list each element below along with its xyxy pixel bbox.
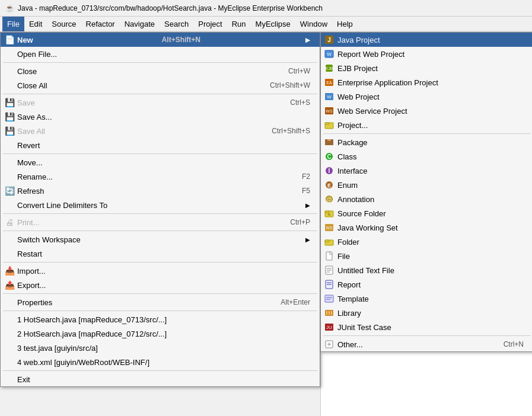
menu-source[interactable]: Source <box>47 17 81 31</box>
save-all-icon: 💾 <box>4 126 15 136</box>
menu-project[interactable]: Project <box>193 17 227 31</box>
menu-run[interactable]: Run <box>227 17 251 31</box>
sub-sep-2 <box>323 335 531 336</box>
separator-5 <box>3 231 317 231</box>
svg-text:J: J <box>327 37 331 43</box>
separator-7 <box>3 293 317 294</box>
submenu-item-webservice[interactable]: WS Web Service Project <box>321 104 532 118</box>
menu-item-close[interactable]: Close Ctrl+W <box>1 64 320 78</box>
menu-item-export[interactable]: 📤 Export... <box>1 278 320 292</box>
svg-text:W: W <box>327 52 332 57</box>
submenu-item-ejb[interactable]: EJB EJB Project <box>321 61 532 75</box>
submenu-item-web[interactable]: W Web Project <box>321 89 532 104</box>
menu-item-revert[interactable]: Revert <box>1 138 320 152</box>
submenu-item-untitled-text[interactable]: Untitled Text File <box>321 263 532 277</box>
sub-sep-1 <box>323 133 531 134</box>
submenu-item-class[interactable]: C Class <box>321 149 532 164</box>
menu-refactor[interactable]: Refactor <box>81 17 120 31</box>
other-icon <box>323 338 335 350</box>
svg-rect-44 <box>329 311 330 315</box>
menu-item-import[interactable]: 📥 Import... <box>1 264 320 278</box>
separator-4 <box>3 213 317 214</box>
menu-item-new[interactable]: 📄 New Alt+Shift+N ▶ <box>1 33 320 47</box>
menu-item-switch-workspace[interactable]: Switch Workspace ▶ <box>1 232 320 247</box>
folder-icon <box>323 236 335 248</box>
menu-item-recent-1[interactable]: 1 HotSearch.java [mapReduce_0713/src/...… <box>1 312 320 327</box>
junit-icon: JU <box>323 321 335 333</box>
submenu-item-interface[interactable]: I Interface <box>321 164 532 178</box>
new-submenu: J Java Project W Report Web Project EJB <box>320 32 532 352</box>
submenu-item-java-project[interactable]: J Java Project <box>321 33 532 47</box>
class-icon: C <box>323 151 335 162</box>
menu-item-open-file[interactable]: Open File... <box>1 47 320 61</box>
svg-text:W: W <box>327 94 332 100</box>
menu-search[interactable]: Search <box>160 17 193 31</box>
working-set-icon: WS <box>323 222 335 233</box>
template-icon <box>323 293 335 305</box>
svg-text:EJB: EJB <box>326 66 333 71</box>
submenu-item-library[interactable]: Library <box>321 306 532 320</box>
submenu-item-project[interactable]: Project... <box>321 118 532 132</box>
submenu-item-file[interactable]: File <box>321 249 532 263</box>
menu-item-save-as[interactable]: 💾 Save As... <box>1 110 320 124</box>
untitled-text-icon <box>323 264 335 276</box>
submenu-item-enum[interactable]: E Enum <box>321 178 532 192</box>
source-folder-icon: S <box>323 207 335 219</box>
menu-item-restart[interactable]: Restart <box>1 247 320 261</box>
submenu-item-template[interactable]: Template <box>321 292 532 306</box>
menu-item-exit[interactable]: Exit <box>1 372 320 386</box>
menu-item-convert-line[interactable]: Convert Line Delimiters To ▶ <box>1 198 320 212</box>
submenu-item-report-web[interactable]: W Report Web Project <box>321 47 532 61</box>
submenu-item-enterprise[interactable]: EA Enterprise Application Project <box>321 75 532 89</box>
submenu-item-working-set[interactable]: WS Java Working Set <box>321 220 532 235</box>
submenu-item-package[interactable]: Package <box>321 135 532 149</box>
svg-text:I: I <box>329 168 330 174</box>
separator-8 <box>3 311 317 311</box>
title-bar: ☕ Java - mapReduce_0713/src/com/bw/hadoo… <box>0 0 532 17</box>
svg-text:@: @ <box>326 196 332 203</box>
web-icon: W <box>323 91 335 103</box>
menu-file[interactable]: File <box>2 17 24 31</box>
menu-item-recent-4[interactable]: 4 web.xml [guiyin/WebRoot/WEB-INF/] <box>1 355 320 369</box>
menu-item-properties[interactable]: Properties Alt+Enter <box>1 295 320 309</box>
webservice-icon: WS <box>323 105 335 117</box>
export-icon: 📤 <box>4 280 15 290</box>
menu-edit[interactable]: Edit <box>24 17 47 31</box>
menu-myeclipse[interactable]: MyEclipse <box>251 17 295 31</box>
menu-item-move[interactable]: Move... <box>1 155 320 169</box>
svg-rect-43 <box>326 311 327 315</box>
svg-text:C: C <box>327 153 331 160</box>
save-icon: 💾 <box>4 97 15 108</box>
menu-window[interactable]: Window <box>295 17 332 31</box>
svg-text:WS: WS <box>326 226 333 230</box>
menu-item-recent-3[interactable]: 3 test.java [guiyin/src/a] <box>1 341 320 355</box>
menu-item-close-all[interactable]: Close All Ctrl+Shift+W <box>1 78 320 92</box>
svg-text:JU: JU <box>326 325 332 330</box>
menu-item-recent-2[interactable]: 2 HotSearch.java [mapReduce_0712/src/...… <box>1 327 320 341</box>
svg-rect-45 <box>331 311 332 315</box>
submenu-item-source-folder[interactable]: S Source Folder <box>321 206 532 220</box>
project-icon <box>323 119 335 131</box>
menu-item-rename[interactable]: Rename... F2 <box>1 169 320 184</box>
submenu-item-other[interactable]: Other... Ctrl+N <box>321 337 532 351</box>
report-web-icon: W <box>323 48 335 60</box>
interface-icon: I <box>323 165 335 177</box>
submenu-item-report[interactable]: Report <box>321 277 532 292</box>
save-as-icon: 💾 <box>4 111 15 122</box>
separator-3 <box>3 153 317 154</box>
svg-rect-39 <box>325 295 333 302</box>
annotation-icon: @ <box>323 193 335 205</box>
menu-item-refresh[interactable]: 🔄 Refresh F5 <box>1 184 320 198</box>
svg-text:EA: EA <box>326 81 332 85</box>
file-dropdown-menu: 📄 New Alt+Shift+N ▶ Open File... Close C… <box>0 32 320 387</box>
menu-help[interactable]: Help <box>332 17 358 31</box>
submenu-item-junit[interactable]: JU JUnit Test Case <box>321 320 532 334</box>
svg-rect-13 <box>325 123 329 124</box>
menu-item-print: 🖨 Print... Ctrl+P <box>1 215 320 229</box>
print-icon: 🖨 <box>4 217 15 228</box>
submenu-item-annotation[interactable]: @ Annotation <box>321 192 532 206</box>
menu-bar: File Edit Source Refactor Navigate Searc… <box>0 17 532 32</box>
svg-text:S: S <box>328 213 330 216</box>
menu-navigate[interactable]: Navigate <box>120 17 160 31</box>
submenu-item-folder[interactable]: Folder <box>321 235 532 249</box>
